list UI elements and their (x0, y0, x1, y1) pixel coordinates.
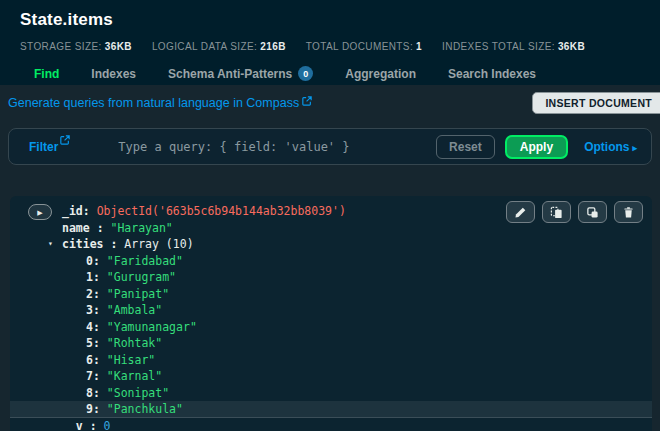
document-field-row[interactable]: 8: "Sonipat" (10, 385, 652, 402)
field-separator: : (93, 320, 107, 334)
field-separator: : (83, 204, 97, 218)
field-key: 0 (86, 254, 93, 268)
field-key: 6 (86, 353, 93, 367)
field-key: 8 (86, 386, 93, 400)
field-value-string: "Ambala" (107, 303, 162, 317)
tab-label: Find (34, 67, 59, 81)
field-separator: : (93, 303, 107, 317)
document-field-row[interactable]: 6: "Hisar" (10, 352, 652, 369)
field-key: 2 (86, 287, 93, 301)
field-key: 5 (86, 336, 93, 350)
filter-link[interactable]: Filter (29, 140, 70, 154)
collection-title: State.items (20, 10, 113, 30)
field-separator: : (93, 270, 107, 284)
natural-language-link[interactable]: Generate queries from natural language i… (8, 96, 312, 110)
field-key: cities (62, 237, 104, 251)
natural-language-link-label: Generate queries from natural language i… (8, 96, 299, 110)
field-key: 4 (86, 320, 93, 334)
collection-tabs: FindIndexesSchema Anti-Patterns0Aggregat… (18, 63, 552, 84)
collection-stat: LOGICAL DATA SIZE:216B (152, 41, 286, 52)
field-key: __v (62, 419, 83, 431)
document-field-row[interactable]: 4: "Yamunanagar" (10, 319, 652, 336)
collapse-array-icon[interactable]: ▾ (48, 236, 53, 253)
query-toolbar: Generate queries from natural language i… (8, 91, 660, 115)
document-field-row[interactable]: _id: ObjectId('663b5c6b94b144ab32bb8039'… (10, 203, 652, 220)
field-value-string: "Faridabad" (107, 254, 183, 268)
field-key: name (62, 221, 90, 235)
document-field-row[interactable]: 7: "Karnal" (10, 368, 652, 385)
tab-indexes[interactable]: Indexes (75, 64, 152, 84)
options-toggle[interactable]: Options▸ (584, 140, 637, 154)
stat-label: TOTAL DOCUMENTS: (306, 41, 413, 52)
field-separator: : (93, 353, 107, 367)
tab-label: Indexes (91, 67, 136, 81)
field-separator: : (93, 336, 107, 350)
field-value-string: "Sonipat" (107, 386, 169, 400)
field-value-number: 0 (104, 419, 111, 431)
stat-label: STORAGE SIZE: (20, 41, 102, 52)
field-separator: : (104, 237, 125, 251)
document-field-row[interactable]: ▾cities : Array (10) (10, 236, 652, 253)
tab-aggregation[interactable]: Aggregation (329, 64, 432, 84)
stat-label: LOGICAL DATA SIZE: (152, 41, 257, 52)
document-field-row[interactable]: name : "Harayan" (10, 220, 652, 237)
insert-document-button[interactable]: INSERT DOCUMENT (532, 92, 660, 114)
query-input[interactable]: Type a query: { field: 'value' } (118, 140, 436, 154)
document-card: ▶ (10, 196, 652, 431)
field-value-string: "Yamunanagar" (107, 320, 197, 334)
field-separator: : (93, 369, 107, 383)
field-value-string: "Gurugram" (107, 270, 176, 284)
stat-value: 36KB (558, 41, 585, 52)
field-value-string: "Karnal" (107, 369, 162, 383)
document-field-row[interactable]: 5: "Rohtak" (10, 335, 652, 352)
field-separator: : (93, 254, 107, 268)
filter-bar: Filter Type a query: { field: 'value' } … (8, 128, 652, 165)
collection-header: State.items STORAGE SIZE:36KBLOGICAL DAT… (0, 0, 660, 85)
document-field-row[interactable]: 2: "Panipat" (10, 286, 652, 303)
tab-schema-anti-patterns[interactable]: Schema Anti-Patterns0 (152, 63, 329, 84)
compass-documents-view: State.items STORAGE SIZE:36KBLOGICAL DAT… (0, 0, 660, 431)
document-field-list: _id: ObjectId('663b5c6b94b144ab32bb8039'… (10, 203, 652, 431)
field-value-string: "Hisar" (107, 353, 155, 367)
documents-content: Generate queries from natural language i… (0, 85, 660, 431)
document-field-row[interactable]: 9: "Panchkula" (10, 401, 652, 418)
field-separator: : (93, 287, 107, 301)
field-value-string: "Harayan" (110, 221, 172, 235)
document-field-row[interactable]: 1: "Gurugram" (10, 269, 652, 286)
tab-badge: 0 (298, 66, 313, 81)
collection-stat: TOTAL DOCUMENTS:1 (306, 41, 422, 52)
filter-link-label: Filter (29, 140, 58, 154)
tab-label: Aggregation (345, 67, 416, 81)
stat-value: 36KB (105, 41, 132, 52)
apply-button[interactable]: Apply (505, 135, 568, 159)
field-separator: : (83, 419, 104, 431)
tab-label: Search Indexes (448, 67, 536, 81)
document-field-row[interactable]: __v : 0 (10, 418, 652, 431)
collection-stats: STORAGE SIZE:36KBLOGICAL DATA SIZE:216BT… (20, 41, 585, 52)
field-separator: : (93, 402, 107, 416)
collection-stat: INDEXES TOTAL SIZE:36KB (442, 41, 585, 52)
collection-stat: STORAGE SIZE:36KB (20, 41, 132, 52)
reset-button[interactable]: Reset (436, 135, 495, 159)
field-key: _id (62, 204, 83, 218)
field-key: 1 (86, 270, 93, 284)
field-value-string: "Panipat" (107, 287, 169, 301)
field-separator: : (93, 386, 107, 400)
field-key: 7 (86, 369, 93, 383)
field-value-objectid: ObjectId('663b5c6b94b144ab32bb8039') (97, 204, 346, 218)
document-field-row[interactable]: 0: "Faridabad" (10, 253, 652, 270)
tab-label: Schema Anti-Patterns (168, 67, 292, 81)
field-separator: : (90, 221, 111, 235)
field-value-string: "Panchkula" (107, 402, 183, 416)
chevron-right-icon: ▸ (632, 143, 637, 153)
field-key: 9 (86, 402, 93, 416)
field-key: 3 (86, 303, 93, 317)
tab-find[interactable]: Find (18, 64, 75, 84)
tab-search-indexes[interactable]: Search Indexes (432, 64, 552, 84)
external-link-icon (60, 135, 70, 145)
stat-value: 1 (416, 41, 422, 52)
external-link-icon (302, 96, 312, 106)
document-field-row[interactable]: 3: "Ambala" (10, 302, 652, 319)
field-value-array: Array (10) (124, 237, 193, 251)
stat-label: INDEXES TOTAL SIZE: (442, 41, 555, 52)
